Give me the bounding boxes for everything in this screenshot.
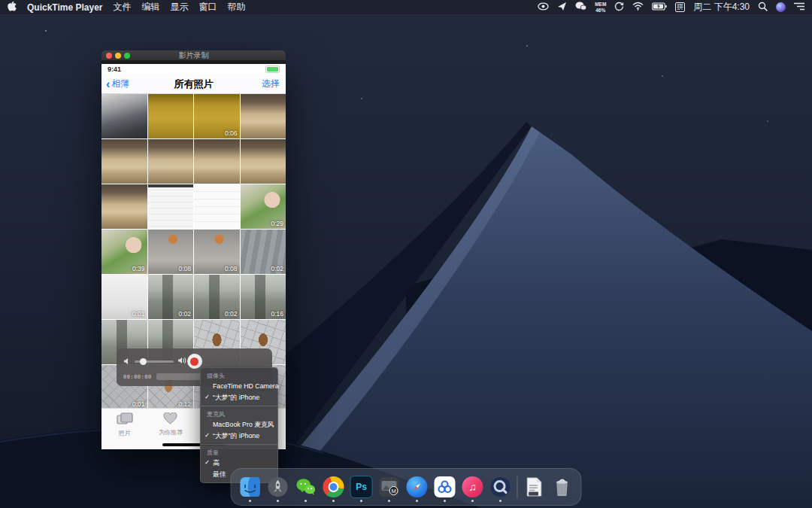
photo-thumbnail-18[interactable]: 0:02 <box>148 275 194 319</box>
menu-4[interactable]: 帮助 <box>228 1 246 14</box>
video-duration: 0:29 <box>271 220 283 227</box>
menubar-menus: 文件编辑显示窗口帮助 <box>114 1 246 14</box>
select-button[interactable]: 选择 <box>262 78 286 90</box>
photo-thumbnail-6[interactable] <box>148 139 194 184</box>
menu-1[interactable]: 编辑 <box>142 1 160 14</box>
menu-section-header: 摄像头 <box>201 370 277 381</box>
input-source-badge[interactable]: 拼 <box>675 2 685 12</box>
wechat-status-icon[interactable] <box>575 2 586 13</box>
spotlight-search-icon[interactable] <box>758 2 768 14</box>
dock-wechat-icon[interactable] <box>295 476 317 498</box>
video-duration: 0:01 <box>132 400 145 408</box>
record-dot <box>190 357 198 366</box>
dock-finder-icon[interactable] <box>239 476 262 498</box>
menubar-clock[interactable]: 周二 下午4:30 <box>693 1 750 14</box>
svg-text:M: M <box>391 488 395 494</box>
photo-thumbnail-9[interactable] <box>102 184 147 229</box>
dock-trash-icon[interactable] <box>551 476 574 498</box>
notification-center-icon[interactable] <box>794 2 804 13</box>
tab-0[interactable]: 照片 <box>102 409 147 440</box>
back-to-albums-button[interactable]: ‹ 相簿 <box>102 78 129 90</box>
menu-3[interactable]: 窗口 <box>199 1 217 14</box>
video-duration: 0:02 <box>271 265 283 272</box>
photo-thumbnail-5[interactable] <box>102 139 147 184</box>
back-label: 相簿 <box>111 78 129 90</box>
apple-menu-icon[interactable] <box>8 1 17 14</box>
ios-status-bar: 9:41 <box>102 64 286 75</box>
photo-thumbnail-19[interactable]: 0:02 <box>194 275 240 319</box>
sync-icon[interactable] <box>614 2 624 14</box>
zoom-button[interactable] <box>124 53 130 59</box>
menu-option[interactable]: “大梦”的 iPhone <box>201 392 277 403</box>
photo-thumbnail-4[interactable] <box>241 94 286 138</box>
running-indicator <box>332 500 335 502</box>
menu-2[interactable]: 显示 <box>171 1 189 14</box>
speaker-mute-icon[interactable] <box>123 354 131 368</box>
photo-thumbnail-1[interactable] <box>102 94 147 138</box>
photo-thumbnail-10[interactable] <box>148 184 194 229</box>
active-app-name[interactable]: QuickTime Player <box>27 2 103 13</box>
close-button[interactable] <box>106 53 112 59</box>
dock-cloud-drive-icon[interactable] <box>434 476 456 498</box>
menu-option[interactable]: MacBook Pro 麦克风 <box>201 419 277 430</box>
video-duration: 0:08 <box>225 265 238 272</box>
tab-label: 为你推荐 <box>159 428 183 437</box>
ios-battery-icon <box>265 65 280 73</box>
video-duration: 0:12 <box>178 400 191 408</box>
running-indicator <box>388 500 390 502</box>
dock-image-viewer-icon[interactable]: M <box>378 476 401 498</box>
eye-icon[interactable] <box>538 2 549 14</box>
menu-option[interactable]: “大梦”的 iPhone <box>201 430 277 442</box>
record-button[interactable] <box>187 354 202 369</box>
menu-section-header: 麦克风 <box>201 409 277 419</box>
menu-option[interactable]: 高 <box>201 458 277 469</box>
photo-thumbnail-17[interactable]: 0:01 <box>102 275 147 319</box>
video-duration: 0:16 <box>271 310 283 318</box>
minimize-button[interactable] <box>115 53 121 59</box>
battery-icon[interactable] <box>652 2 667 13</box>
menubar-status-area: MEM 46% 拼 周二 下午4:30 <box>538 1 804 14</box>
traffic-lights <box>102 53 130 59</box>
dock-chrome-icon[interactable] <box>323 476 345 498</box>
siri-icon[interactable] <box>776 2 786 12</box>
menu-option[interactable]: FaceTime HD Camera <box>201 381 277 392</box>
photo-thumbnail-8[interactable] <box>241 139 286 184</box>
photo-thumbnail-12[interactable]: 0:29 <box>241 184 286 229</box>
volume-slider[interactable] <box>135 360 174 363</box>
ios-clock: 9:41 <box>108 65 121 73</box>
menu-0[interactable]: 文件 <box>114 1 132 14</box>
photo-thumbnail-3[interactable]: 0:06 <box>194 94 240 138</box>
dock-launchpad-icon[interactable] <box>267 476 289 498</box>
memory-indicator[interactable]: MEM 46% <box>595 2 606 12</box>
running-indicator <box>360 500 362 502</box>
volume-controls <box>123 354 188 368</box>
photo-thumbnail-16[interactable]: 0:02 <box>241 230 286 274</box>
dock: PsM♫ <box>231 468 582 506</box>
running-indicator <box>499 500 501 502</box>
paper-plane-icon[interactable] <box>557 2 567 14</box>
video-duration: 0:39 <box>132 265 145 272</box>
photo-thumbnail-14[interactable]: 0:08 <box>148 230 194 274</box>
photo-thumbnail-15[interactable]: 0:08 <box>194 230 240 274</box>
dock-itunes-icon[interactable]: ♫ <box>462 476 484 498</box>
dock-quicktime-icon[interactable] <box>489 476 512 498</box>
memory-value: 46% <box>595 8 606 13</box>
running-indicator <box>416 500 418 502</box>
photo-thumbnail-20[interactable]: 0:16 <box>241 275 286 319</box>
dock-safari-icon[interactable] <box>406 476 429 498</box>
photo-thumbnail-11[interactable] <box>194 184 240 229</box>
stars <box>45 30 47 32</box>
wifi-icon[interactable] <box>632 2 644 13</box>
dock-divider <box>517 476 518 498</box>
for-you-tab-icon <box>163 412 177 427</box>
photo-thumbnail-7[interactable] <box>194 139 240 184</box>
photo-thumbnail-2[interactable] <box>148 94 194 138</box>
tab-1[interactable]: 为你推荐 <box>147 409 193 440</box>
dock-photoshop-icon[interactable]: Ps <box>350 476 373 498</box>
video-duration: 0:02 <box>178 310 191 318</box>
volume-slider-thumb[interactable] <box>140 358 147 365</box>
memory-label: MEM <box>595 2 606 7</box>
dock-documents-icon[interactable] <box>523 476 546 498</box>
photo-thumbnail-13[interactable]: 0:39 <box>102 230 147 274</box>
window-titlebar[interactable]: 影片录制 <box>102 50 286 60</box>
